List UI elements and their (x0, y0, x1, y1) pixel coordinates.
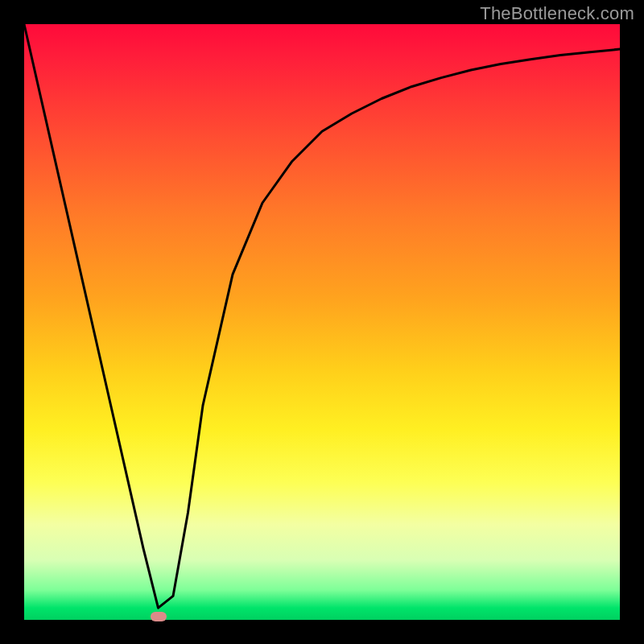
plot-area (24, 24, 620, 620)
bottleneck-curve (24, 24, 620, 620)
chart-frame: TheBottleneck.com (0, 0, 644, 644)
minimum-marker (151, 612, 167, 621)
watermark-text: TheBottleneck.com (480, 3, 634, 24)
